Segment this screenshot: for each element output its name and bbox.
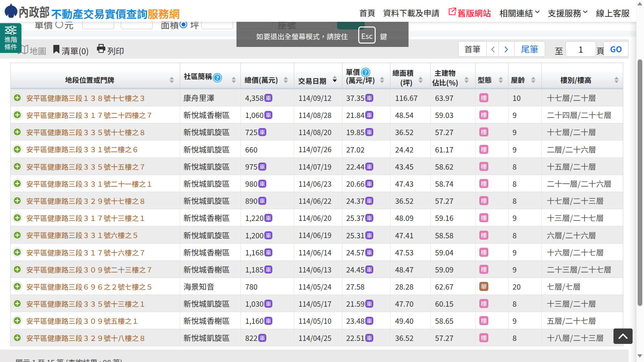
svg-text:?: ? (216, 73, 219, 82)
